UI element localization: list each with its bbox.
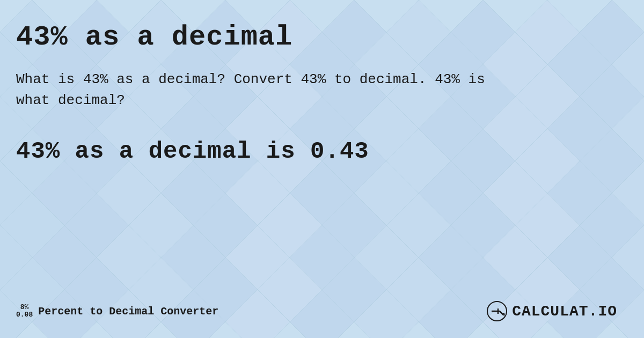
svg-line-109 (500, 311, 503, 315)
calculator-icon (486, 300, 508, 322)
footer: 8% 0.08 Percent to Decimal Converter CAL… (16, 290, 617, 322)
footer-badge: 8% 0.08 (16, 304, 33, 319)
badge-percentage: 8% (20, 304, 29, 311)
page-description: What is 43% as a decimal? Convert 43% to… (16, 69, 499, 111)
footer-brand: CALCULAT.IO (486, 300, 617, 322)
svg-line-110 (502, 313, 504, 314)
main-content: 43% as a decimal What is 43% as a decima… (0, 0, 644, 338)
footer-left: 8% 0.08 Percent to Decimal Converter (16, 304, 218, 319)
brand-name: CALCULAT.IO (512, 303, 617, 320)
result-section: 43% as a decimal is 0.43 (16, 138, 617, 165)
page-title: 43% as a decimal (16, 21, 617, 53)
badge-decimal: 0.08 (16, 311, 33, 319)
footer-label: Percent to Decimal Converter (38, 305, 218, 318)
result-text: 43% as a decimal is 0.43 (16, 138, 617, 165)
